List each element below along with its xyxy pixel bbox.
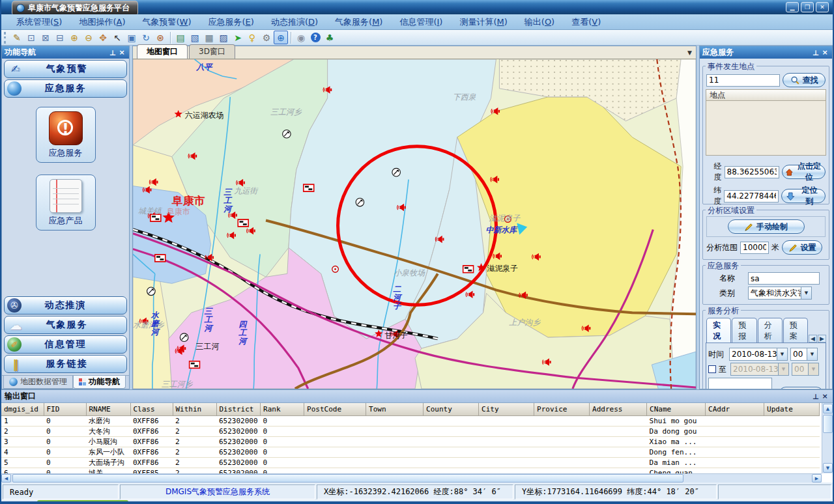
tab-scroll-left-icon[interactable]: ◀ <box>809 335 817 343</box>
location-search-input[interactable] <box>706 74 780 87</box>
place-list[interactable] <box>706 101 826 156</box>
nav-group-top-1[interactable]: 气象预警 <box>4 60 127 78</box>
panel-tab-2[interactable]: 功能导航 <box>73 376 126 389</box>
nav-big-button-2[interactable]: 应急产品 <box>36 175 96 231</box>
map-flag-icon[interactable] <box>304 184 314 191</box>
eye-icon[interactable]: ◉ <box>294 31 308 44</box>
chevron-down-icon[interactable]: ▼ <box>801 287 811 299</box>
output-horizontal-scrollbar[interactable]: ◀ ▶ <box>1 473 822 483</box>
table-row[interactable]: 60城关0XFF8526523020000Cheng guan <box>1 468 820 473</box>
output-column-header[interactable]: Update <box>764 403 820 415</box>
map-redcirc-icon[interactable] <box>332 266 339 272</box>
map-canvas[interactable]: 下西泉三工河乡九运街城关镇滋泥泉子小泉牧场上户沟乡水磨沟乡三工河乡六运湖农场滋泥… <box>133 59 696 389</box>
menu-item-8[interactable]: 测量计算(M) <box>451 15 515 29</box>
output-column-header[interactable]: Within <box>173 403 216 415</box>
pan-icon[interactable]: ✥ <box>96 31 110 44</box>
menu-item-9[interactable]: 输出(O) <box>516 15 563 29</box>
output-column-header[interactable]: Address <box>590 403 647 415</box>
map-view-tab-2[interactable]: 3D窗口 <box>189 44 235 59</box>
map-flag-icon[interactable] <box>238 219 248 227</box>
close-icon[interactable]: × <box>820 48 829 57</box>
latitude-input[interactable] <box>724 190 779 203</box>
output-column-header[interactable]: FID <box>44 403 86 415</box>
map-mine-icon[interactable] <box>147 287 156 296</box>
table-row[interactable]: 30小马厩沟0XFF8626523020000Xiao ma ... <box>1 436 820 447</box>
analysis-tab-3[interactable]: 分析 <box>758 318 783 343</box>
restore-button[interactable]: ❒ <box>801 2 814 12</box>
map-flag-icon[interactable] <box>463 266 474 273</box>
map-mine-icon[interactable] <box>283 130 291 138</box>
table-row[interactable]: 40东风一小队0XFF8626523020000Dong fen... <box>1 447 820 457</box>
analysis-tab-1[interactable]: 实况 <box>706 318 731 343</box>
map-tab-menu-button[interactable]: ▼ <box>687 49 692 56</box>
output-column-header[interactable]: Provice <box>534 403 590 415</box>
scroll-up-icon[interactable]: ▲ <box>823 404 833 413</box>
menu-item-6[interactable]: 气象服务(M) <box>326 15 391 29</box>
chevron-down-icon[interactable]: ▼ <box>777 348 787 360</box>
menu-item-7[interactable]: 信息管理(I) <box>391 15 451 29</box>
menu-item-2[interactable]: 地图操作(A) <box>70 15 134 29</box>
to-checkbox[interactable] <box>708 365 716 373</box>
output-column-header[interactable]: CAddr <box>706 403 764 415</box>
table-row[interactable]: 10水磨沟0XFF8626523020000Shui mo gou <box>1 415 820 426</box>
nav-group-bottom-2[interactable]: 气象服务 <box>4 316 127 334</box>
menu-item-10[interactable]: 查看(V) <box>563 15 609 29</box>
refresh-icon[interactable]: ↻ <box>139 31 153 44</box>
full-extent-icon[interactable]: ▣ <box>124 31 139 44</box>
analysis-tab-2[interactable]: 预报 <box>732 318 756 343</box>
unselect-box-icon[interactable]: ⊠ <box>38 31 53 44</box>
nav-group-bottom-1[interactable]: 动态推演 <box>4 296 127 315</box>
chevron-down-icon[interactable]: ▼ <box>807 348 817 360</box>
print-color-icon[interactable]: ▨ <box>216 31 231 44</box>
globe-tool-icon[interactable]: ⊕ <box>274 31 288 44</box>
service-name-input[interactable] <box>748 272 820 285</box>
scroll-left-icon[interactable]: ◀ <box>1 474 11 483</box>
menu-item-1[interactable]: 系统管理(S) <box>8 15 70 29</box>
panel-tab-1[interactable]: 地图数据管理 <box>3 376 73 389</box>
hour-from-combo[interactable]: 00 ▼ <box>790 348 818 361</box>
tab-scroll-right-icon[interactable]: ▶ <box>818 335 826 343</box>
output-column-header[interactable]: County <box>424 403 479 415</box>
zoom-out-icon[interactable]: ⊖ <box>81 31 96 44</box>
output-vertical-scrollbar[interactable]: ▲ ▼ <box>822 403 833 473</box>
map-flag-icon[interactable] <box>155 255 165 262</box>
map-mine-icon[interactable] <box>392 168 401 176</box>
arrow-tool-icon[interactable]: ➤ <box>231 31 245 44</box>
place-column-header[interactable]: 地点 <box>706 89 826 101</box>
date-from-combo[interactable]: 2010-08-13 ▼ <box>729 348 788 361</box>
output-column-header[interactable]: PostCode <box>304 403 366 415</box>
nav-group-bottom-3[interactable]: 信息管理 <box>4 335 127 354</box>
service-type-combo[interactable]: 气象和洪水灾害 ▼ <box>748 287 812 300</box>
measure-icon[interactable]: ✎ <box>10 31 24 44</box>
nav-group-top-2[interactable]: 应急服务 <box>4 79 127 98</box>
search-button[interactable]: 查找 <box>783 73 826 87</box>
close-icon[interactable]: × <box>117 48 126 57</box>
map-flag-icon[interactable] <box>189 361 199 369</box>
menu-item-4[interactable]: 应急服务(E) <box>200 15 263 29</box>
layers-icon[interactable]: ▤ <box>173 31 188 44</box>
element-listbox[interactable]: 降水空气温度 ▲ <box>708 378 772 389</box>
zoom-in-icon[interactable]: ⊕ <box>67 31 81 44</box>
map-mine-icon[interactable] <box>356 198 364 206</box>
table-row[interactable]: 20大冬沟0XFF8626523020000Da dong gou <box>1 426 820 436</box>
map-flag-icon[interactable] <box>151 214 161 221</box>
date-to-combo[interactable]: 2010-08-13 ▼ <box>730 363 789 376</box>
menu-item-5[interactable]: 动态推演(D) <box>263 15 326 29</box>
pin-icon[interactable]: ⊤ <box>811 48 820 57</box>
analyze-button[interactable]: 分析 <box>779 387 824 389</box>
close-button[interactable]: ✕ <box>816 2 829 12</box>
goto-location-button[interactable]: 定位到 <box>781 189 826 203</box>
longitude-input[interactable] <box>725 166 779 178</box>
zoom-scale-icon[interactable]: ⊛ <box>153 31 167 44</box>
output-column-header[interactable]: RNAME <box>86 403 130 415</box>
output-column-header[interactable]: CName <box>647 403 706 415</box>
print-icon[interactable]: ▦ <box>202 31 216 44</box>
select-box-icon[interactable]: ⊡ <box>24 31 38 44</box>
tree-icon[interactable]: ♣ <box>323 31 337 44</box>
nav-group-bottom-4[interactable]: 服务链接 <box>4 355 127 373</box>
output-column-header[interactable]: Rank <box>261 403 304 415</box>
help-icon[interactable]: ? <box>308 31 323 44</box>
menu-item-3[interactable]: 气象预警(W) <box>134 15 199 29</box>
clear-select-icon[interactable]: ⊟ <box>53 31 67 44</box>
manual-draw-button[interactable]: 手动绘制 <box>728 219 805 234</box>
